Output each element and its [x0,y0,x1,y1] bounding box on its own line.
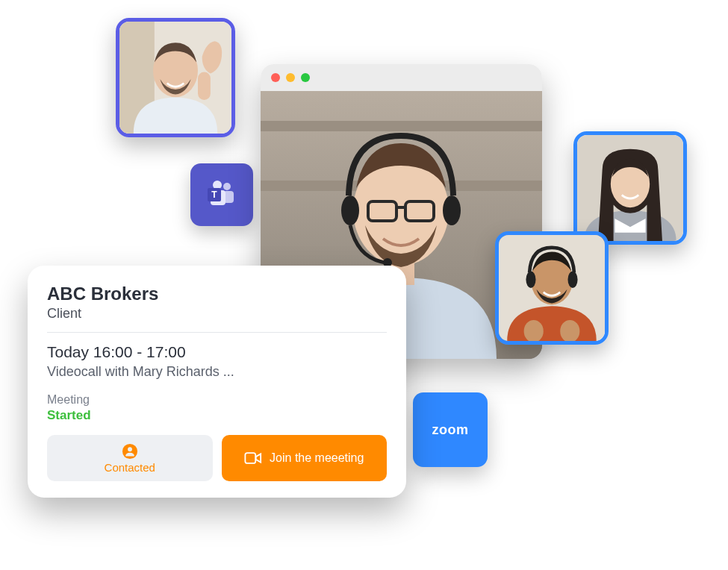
card-subtitle: Client [47,306,387,322]
minimize-icon[interactable] [286,73,295,82]
divider [47,332,387,333]
svg-point-15 [443,195,461,225]
svg-point-26 [567,272,577,288]
join-label: Join the meeeting [270,451,364,465]
participant-avatar-3[interactable] [495,231,609,345]
person-icon [122,443,138,460]
svg-rect-20 [198,72,211,101]
contacted-label: Contacted [105,461,155,474]
meeting-description: Videocall with Mary Richards ... [47,364,387,380]
contacted-button[interactable]: Contacted [47,435,213,481]
svg-rect-7 [261,121,542,131]
maximize-icon[interactable] [301,73,310,82]
zoom-app-tile[interactable]: zoom [413,392,488,467]
video-icon [244,451,262,466]
close-icon[interactable] [271,73,280,82]
svg-text:T: T [211,190,217,200]
svg-point-30 [128,447,132,451]
card-title: ABC Brokers [47,284,387,304]
meeting-card: ABC Brokers Client Today 16:00 - 17:00 V… [28,266,406,498]
svg-rect-31 [245,453,255,463]
zoom-label: zoom [432,422,469,438]
teams-icon: T [205,178,239,212]
participant-avatar-1[interactable] [116,18,235,137]
window-titlebar [261,64,542,91]
meeting-time: Today 16:00 - 17:00 [47,343,387,361]
meeting-label: Meeting [47,393,387,407]
svg-point-0 [223,183,231,190]
participant-avatar-2[interactable] [573,131,687,245]
join-meeting-button[interactable]: Join the meeeting [222,435,388,481]
meeting-status: Started [47,408,387,423]
svg-point-25 [526,272,535,288]
teams-app-tile[interactable]: T [190,163,253,226]
svg-point-14 [341,195,359,225]
